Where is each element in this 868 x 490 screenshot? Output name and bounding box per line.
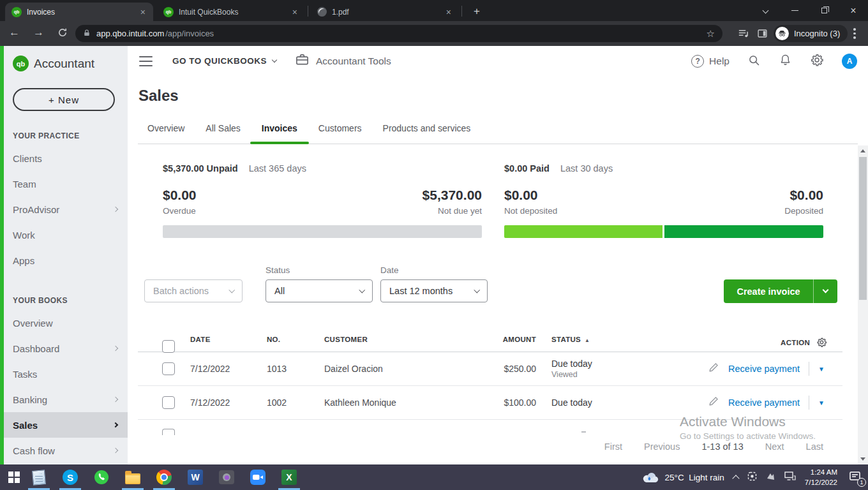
sidebar-item-clients[interactable]: Clients bbox=[0, 145, 128, 171]
header-amount[interactable]: AMOUNT bbox=[440, 336, 536, 343]
tray-expand-chevron-icon[interactable] bbox=[732, 475, 739, 482]
scroll-down-arrow[interactable] bbox=[860, 457, 865, 461]
sidebar-item-proadvisor[interactable]: ProAdvisor bbox=[0, 197, 128, 222]
file-explorer-icon[interactable] bbox=[125, 470, 140, 485]
sidebar-item-banking[interactable]: Banking bbox=[0, 387, 128, 412]
hamburger-menu-icon[interactable] bbox=[139, 56, 153, 69]
status-filter-dropdown[interactable]: All bbox=[266, 279, 373, 302]
user-avatar[interactable]: A bbox=[842, 54, 857, 69]
create-invoice-button[interactable]: Create invoice bbox=[724, 279, 813, 303]
pagination-previous[interactable]: Previous bbox=[644, 442, 680, 452]
skype-icon[interactable]: S bbox=[63, 470, 78, 485]
tab-customers[interactable]: Customers bbox=[318, 123, 362, 144]
tab-search-chevron-icon[interactable] bbox=[751, 0, 780, 21]
table-settings-gear-icon[interactable] bbox=[816, 337, 827, 349]
tray-app-icon[interactable] bbox=[766, 471, 775, 484]
row-actions: Receive payment ▼ bbox=[708, 352, 825, 385]
date-filter-dropdown[interactable]: Last 12 months bbox=[380, 279, 488, 302]
tray-snip-icon[interactable] bbox=[747, 471, 757, 484]
select-all-checkbox[interactable] bbox=[162, 340, 175, 353]
sidebar-item-work[interactable]: Work bbox=[0, 222, 128, 248]
address-bar[interactable]: app.qbo.intuit.com/app/invoices ☆ bbox=[75, 25, 722, 42]
word-icon[interactable]: W bbox=[188, 470, 203, 485]
row-checkbox-partial[interactable] bbox=[162, 429, 175, 435]
edit-pencil-icon[interactable] bbox=[708, 396, 719, 410]
window-minimize-button[interactable] bbox=[780, 0, 809, 21]
pagination-next[interactable]: Next bbox=[765, 442, 784, 452]
window-close-button[interactable]: × bbox=[839, 0, 868, 21]
scrollbar-thumb[interactable] bbox=[859, 157, 867, 300]
cell-no: 1002 bbox=[267, 386, 287, 419]
zoom-icon[interactable] bbox=[250, 470, 266, 485]
tray-network-icon[interactable] bbox=[784, 471, 796, 484]
tab-products-services[interactable]: Products and services bbox=[383, 123, 471, 144]
incognito-badge[interactable]: Incognito (3) bbox=[774, 25, 848, 42]
sidebar-item-dashboard[interactable]: Dashboard bbox=[0, 336, 128, 361]
weather-widget[interactable]: 25°C Light rain bbox=[641, 471, 724, 484]
create-invoice-dropdown-toggle[interactable] bbox=[813, 279, 837, 303]
help-button[interactable]: ? Help bbox=[691, 55, 730, 68]
search-icon[interactable] bbox=[747, 54, 761, 70]
browser-tab-invoices[interactable]: qb Invoices × bbox=[5, 3, 153, 21]
batch-actions-dropdown[interactable]: Batch actions bbox=[144, 279, 243, 302]
sidebar-item-team[interactable]: Team bbox=[0, 171, 128, 197]
new-button[interactable]: + New bbox=[13, 88, 115, 111]
action-dropdown-caret-icon[interactable]: ▼ bbox=[818, 366, 825, 373]
browser-menu-icon[interactable] bbox=[853, 28, 856, 41]
unpaid-progress-bar[interactable] bbox=[163, 225, 482, 238]
action-center-icon[interactable]: 1 bbox=[849, 471, 862, 484]
browser-tab-pdf[interactable]: 1.pdf × bbox=[311, 3, 459, 21]
start-button[interactable] bbox=[8, 471, 20, 483]
reload-icon[interactable] bbox=[57, 27, 68, 41]
header-no[interactable]: NO. bbox=[267, 336, 280, 343]
row-checkbox[interactable] bbox=[162, 396, 175, 409]
tab-all-sales[interactable]: All Sales bbox=[206, 123, 240, 144]
receive-payment-link[interactable]: Receive payment bbox=[728, 364, 800, 374]
browser-tab-intuit[interactable]: qb Intuit QuickBooks × bbox=[157, 3, 305, 21]
forward-icon[interactable]: → bbox=[33, 26, 44, 39]
go-to-quickbooks-button[interactable]: GO TO QUICKBOOKS bbox=[172, 56, 276, 66]
notepad-icon[interactable] bbox=[31, 470, 47, 485]
pagination-first[interactable]: First bbox=[604, 442, 622, 452]
header-date[interactable]: DATE bbox=[190, 336, 211, 343]
tab-invoices[interactable]: Invoices bbox=[262, 123, 297, 144]
notifications-bell-icon[interactable] bbox=[779, 53, 792, 70]
settings-gear-icon[interactable] bbox=[810, 53, 824, 70]
sidebar-item-sales[interactable]: Sales bbox=[0, 412, 128, 438]
camera-icon[interactable] bbox=[219, 470, 234, 485]
header-customer[interactable]: CUSTOMER bbox=[324, 336, 368, 343]
tab-close-icon[interactable]: × bbox=[139, 7, 147, 17]
overdue-label: Overdue bbox=[163, 206, 196, 216]
back-icon[interactable]: ← bbox=[9, 26, 20, 39]
accountant-tools-button[interactable]: Accountant Tools bbox=[295, 52, 391, 70]
scroll-up-arrow[interactable] bbox=[860, 149, 865, 152]
whatsapp-icon[interactable] bbox=[94, 470, 109, 485]
chrome-icon[interactable] bbox=[156, 470, 172, 485]
edit-pencil-icon[interactable] bbox=[708, 362, 719, 376]
header-status[interactable]: STATUS▲ bbox=[551, 336, 590, 343]
qb-logo-icon: qb bbox=[13, 56, 29, 71]
excel-icon[interactable]: X bbox=[281, 470, 297, 485]
paid-progress-bar[interactable] bbox=[504, 225, 823, 238]
sidebar-item-overview[interactable]: Overview bbox=[0, 310, 128, 336]
invoice-row[interactable]: 7/12/2022 1013 Daizel Oracion $250.00 Du… bbox=[138, 352, 842, 386]
sidebar-item-tasks[interactable]: Tasks bbox=[0, 361, 128, 387]
side-panel-icon[interactable] bbox=[757, 28, 768, 41]
taskbar-clock[interactable]: 1:24 AM 7/12/2022 bbox=[805, 467, 837, 487]
header-action-label: ACTION bbox=[781, 339, 810, 346]
new-tab-button[interactable]: + bbox=[468, 4, 485, 19]
vertical-scrollbar[interactable] bbox=[858, 145, 868, 464]
action-dropdown-caret-icon[interactable]: ▼ bbox=[818, 399, 825, 406]
window-restore-button[interactable] bbox=[809, 0, 839, 21]
qb-accountant-logo[interactable]: qb Accountant bbox=[0, 46, 128, 71]
tab-close-icon[interactable]: × bbox=[445, 7, 453, 17]
tab-close-icon[interactable]: × bbox=[291, 7, 299, 17]
sidebar-item-cash-flow[interactable]: Cash flow bbox=[0, 438, 128, 463]
bookmark-star-icon[interactable]: ☆ bbox=[707, 28, 715, 40]
media-controls-icon[interactable] bbox=[737, 27, 749, 42]
tab-overview[interactable]: Overview bbox=[147, 123, 184, 144]
sidebar-item-apps[interactable]: Apps bbox=[0, 248, 128, 273]
pagination-last[interactable]: Last bbox=[806, 442, 823, 452]
row-checkbox[interactable] bbox=[162, 362, 175, 375]
receive-payment-link[interactable]: Receive payment bbox=[728, 397, 800, 408]
